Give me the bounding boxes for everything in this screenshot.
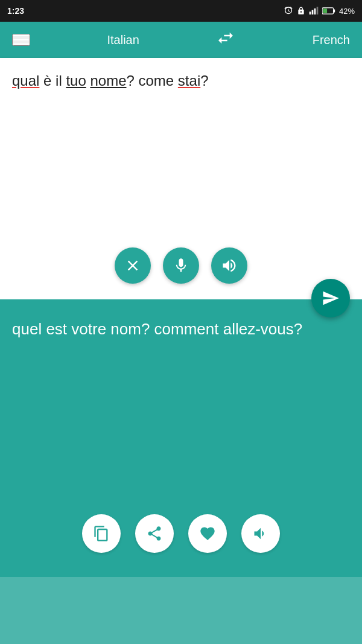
word-tuo: tuo	[66, 72, 86, 89]
speaker-icon	[221, 257, 238, 274]
input-controls	[12, 247, 350, 290]
swap-languages-button[interactable]	[216, 28, 235, 52]
status-icons: 42%	[284, 6, 355, 16]
share-icon	[146, 525, 163, 542]
target-language-label: French	[313, 33, 350, 47]
copy-icon	[93, 525, 110, 542]
battery-icon	[322, 7, 335, 15]
nav-bar: Italian French	[0, 22, 362, 58]
input-text[interactable]: qual è il tuo nome? come stai?	[12, 70, 350, 229]
clear-button[interactable]	[115, 247, 151, 284]
send-icon	[322, 289, 340, 307]
output-panel: quel est votre nom? comment allez-vous?	[0, 299, 362, 577]
svg-rect-1	[312, 10, 314, 14]
listen-output-button[interactable]	[241, 514, 280, 553]
svg-rect-3	[317, 7, 319, 14]
svg-rect-6	[323, 8, 327, 13]
heart-icon	[199, 525, 216, 542]
svg-rect-2	[314, 8, 316, 14]
alarm-icon	[284, 6, 293, 16]
word-stai: stai	[178, 72, 200, 89]
share-button[interactable]	[135, 514, 174, 553]
svg-rect-0	[310, 11, 311, 14]
translate-button[interactable]	[311, 279, 350, 317]
input-panel: qual è il tuo nome? come stai?	[0, 58, 362, 299]
speaker-button[interactable]	[211, 247, 247, 284]
output-text: quel est votre nom? comment allez-vous?	[12, 317, 350, 341]
menu-button[interactable]	[12, 34, 30, 46]
favorite-button[interactable]	[188, 514, 227, 553]
microphone-button[interactable]	[163, 247, 199, 284]
status-time: 1:23	[7, 6, 24, 16]
source-language-label: Italian	[107, 33, 139, 47]
volume-icon	[252, 525, 269, 542]
word-qual: qual	[12, 72, 39, 89]
word-nome: nome	[90, 72, 126, 89]
svg-rect-5	[334, 9, 335, 12]
lock-icon	[297, 6, 305, 16]
microphone-icon	[173, 257, 189, 274]
copy-button[interactable]	[82, 514, 121, 553]
signal-icon	[309, 6, 319, 16]
output-controls	[12, 514, 350, 565]
close-icon	[124, 257, 141, 274]
status-bar: 1:23 42%	[0, 0, 362, 22]
battery-percent: 42%	[339, 7, 355, 16]
